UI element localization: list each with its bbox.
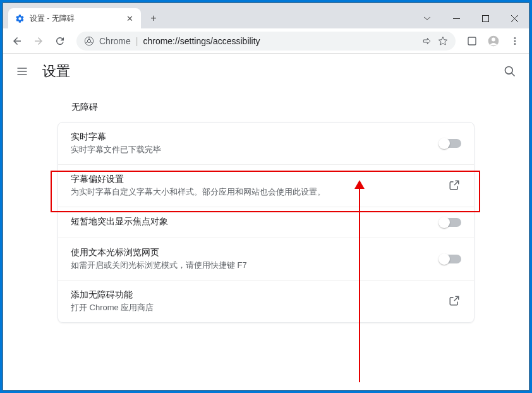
svg-line-8 [90,42,93,43]
row-subtitle: 为实时字幕自定义字幕大小和样式。部分应用和网站也会使用此设置。 [71,186,438,198]
reload-button[interactable] [51,32,69,50]
dropdown-icon[interactable] [413,8,442,28]
accessibility-section: 无障碍 实时字幕 实时字幕文件已下载完毕 字幕偏好设置 为实时字幕自定义字幕大小… [51,89,481,323]
hamburger-icon[interactable] [15,64,30,79]
bookmark-icon[interactable] [438,36,448,46]
page-title: 设置 [42,62,70,81]
profile-icon[interactable] [485,32,502,50]
svg-point-14 [514,43,516,45]
toggle-caret-browsing[interactable] [440,255,461,263]
svg-rect-1 [482,15,488,21]
tab-strip: 设置 - 无障碍 ✕ + [3,3,162,28]
svg-point-15 [505,67,513,75]
external-link-icon[interactable] [449,295,461,308]
row-subtitle: 如需开启或关闭光标浏览模式，请使用快捷键 F7 [71,260,430,271]
address-divider: | [136,36,138,46]
window-controls [413,8,529,28]
row-caret-browsing[interactable]: 使用文本光标浏览网页 如需开启或关闭光标浏览模式，请使用快捷键 F7 [58,238,474,281]
row-title: 添加无障碍功能 [71,289,438,301]
minimize-button[interactable] [442,8,471,28]
row-subtitle: 打开 Chrome 应用商店 [71,302,438,313]
address-origin: Chrome [99,36,131,46]
row-title: 字幕偏好设置 [71,174,438,185]
share-icon[interactable] [421,36,432,46]
row-title: 实时字幕 [71,131,430,143]
gear-icon [15,13,25,23]
svg-rect-9 [468,37,476,45]
forward-button[interactable] [30,32,47,50]
tab-title: 设置 - 无障碍 [30,13,119,24]
close-window-button[interactable] [500,8,529,28]
toggle-live-caption[interactable] [440,139,461,148]
row-caption-preferences[interactable]: 字幕偏好设置 为实时字幕自定义字幕大小和样式。部分应用和网站也会使用此设置。 [58,165,474,207]
svg-point-12 [514,37,516,39]
chrome-icon [84,36,94,46]
window-titlebar: 设置 - 无障碍 ✕ + [3,3,529,28]
svg-line-7 [85,42,88,43]
row-focus-highlight[interactable]: 短暂地突出显示焦点对象 [58,207,474,238]
svg-point-11 [492,37,495,41]
row-live-caption[interactable]: 实时字幕 实时字幕文件已下载完毕 [58,123,474,165]
section-title: 无障碍 [57,89,475,122]
toggle-focus-highlight[interactable] [440,218,461,227]
row-webstore[interactable]: 添加无障碍功能 打开 Chrome 应用商店 [58,281,474,322]
svg-line-16 [512,73,515,76]
page-content: 设置 无障碍 实时字幕 实时字幕文件已下载完毕 字幕偏好设置 [3,54,529,390]
svg-point-13 [514,40,516,42]
row-subtitle: 实时字幕文件已下载完毕 [71,144,430,155]
row-title: 短暂地突出显示焦点对象 [71,216,430,227]
maximize-button[interactable] [471,8,500,28]
close-tab-icon[interactable]: ✕ [124,14,135,23]
toolbar: Chrome | chrome://settings/accessibility [3,28,529,54]
new-tab-button[interactable]: + [145,9,162,27]
browser-tab[interactable]: 设置 - 无障碍 ✕ [8,8,141,28]
menu-icon[interactable] [506,32,524,50]
settings-card: 实时字幕 实时字幕文件已下载完毕 字幕偏好设置 为实时字幕自定义字幕大小和样式。… [57,122,475,323]
settings-header: 设置 [3,54,529,89]
row-title: 使用文本光标浏览网页 [71,247,430,258]
external-link-icon[interactable] [449,179,461,192]
extensions-icon[interactable] [463,32,481,50]
svg-point-5 [87,39,90,42]
back-button[interactable] [8,32,26,50]
address-bar[interactable]: Chrome | chrome://settings/accessibility [76,32,456,51]
address-path: chrome://settings/accessibility [143,36,260,46]
search-icon[interactable] [502,64,517,79]
